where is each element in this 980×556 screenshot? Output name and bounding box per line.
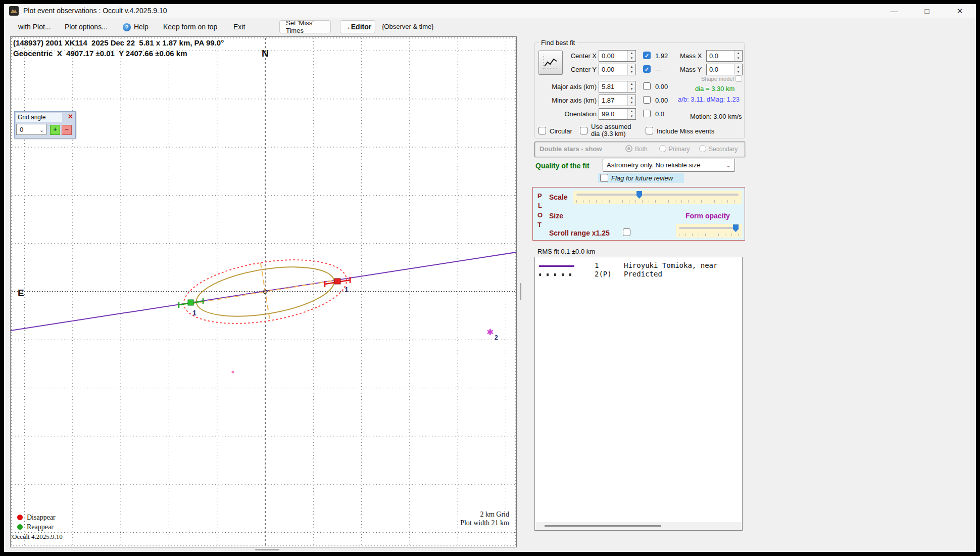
disappear-label: 1 xyxy=(345,286,349,294)
minor-axis-label: Minor axis (km) xyxy=(542,97,597,104)
disappear-dot-icon xyxy=(17,515,23,520)
reappear-label: 1 xyxy=(192,309,197,317)
grid-angle-plus-button[interactable]: + xyxy=(50,125,60,135)
version-label: Occult 4.2025.9.10 xyxy=(12,533,63,541)
grid-angle-select[interactable]: 0⌄ xyxy=(16,124,46,135)
plot-legend: Disappear Reappear xyxy=(17,513,56,532)
major-axis-fit-value: 0.00 xyxy=(655,83,668,90)
plot-horizontal-scrollbar[interactable] xyxy=(10,547,517,552)
scrollbar-thumb[interactable] xyxy=(545,525,661,527)
mass-x-input[interactable]: 0.0▲▼ xyxy=(706,50,743,62)
set-miss-times-button[interactable]: Set 'Miss' Times xyxy=(279,20,331,33)
help-icon[interactable]: ? xyxy=(123,23,131,31)
menu-keep-on-top[interactable]: Keep form on top xyxy=(163,23,217,31)
double-stars-title: Double stars - show xyxy=(540,145,602,153)
window-body: Plot event observations : Occult v.4.202… xyxy=(4,4,976,552)
observer-number: 1 xyxy=(595,261,599,269)
list-item[interactable]: 2(P) Predicted xyxy=(535,270,742,279)
center-x-input[interactable]: 0.00▲▼ xyxy=(599,50,636,62)
app-icon xyxy=(9,6,19,16)
svg-text:✱: ✱ xyxy=(486,327,494,337)
double-secondary-radio[interactable] xyxy=(699,145,706,152)
quality-label: Quality of the fit xyxy=(535,162,590,170)
form-opacity-slider[interactable] xyxy=(676,224,742,238)
quality-select[interactable]: Astrometry only. No reliable size⌄ xyxy=(603,159,735,172)
plot-subtitle: Geocentric X 4907.17 ±0.01 Y 2407.66 ±0.… xyxy=(13,49,187,58)
chevron-down-icon: ⌄ xyxy=(39,124,44,135)
use-assumed-checkbox[interactable] xyxy=(580,127,587,134)
editor-button[interactable]: →Editor xyxy=(340,20,375,33)
double-stars-group: Double stars - show Both Primary Seconda… xyxy=(534,142,746,158)
double-primary-radio[interactable] xyxy=(659,145,666,152)
flag-review-checkbox[interactable] xyxy=(600,174,608,182)
menu-bar: with Plot... Plot options... ? Help Keep… xyxy=(4,18,976,37)
include-miss-checkbox[interactable] xyxy=(646,127,653,134)
orientation-input[interactable]: 99.0▲▼ xyxy=(599,108,636,120)
size-label: Size xyxy=(549,212,563,220)
slider-track[interactable] xyxy=(576,194,739,196)
minimize-button[interactable]: — xyxy=(883,5,905,17)
scroll-range-label: Scroll range x1.25 xyxy=(549,229,610,237)
legend-reappear: Reappear xyxy=(17,522,56,532)
menu-exit[interactable]: Exit xyxy=(233,23,245,31)
plot-width-label: Plot width 21 km xyxy=(460,519,509,527)
plot-canvas[interactable]: 1 1 ✱ 2 xyxy=(11,37,516,547)
spinner-arrows-icon[interactable]: ▲▼ xyxy=(627,95,635,106)
fit-plot-button[interactable] xyxy=(538,51,563,75)
slider-track[interactable] xyxy=(679,227,739,229)
center-x-checkbox[interactable]: ✓ xyxy=(643,52,651,59)
plot-controls-panel: P L O T Scale Size normal x 2 x 5 Form o… xyxy=(532,187,745,241)
observer-list[interactable]: 1 Hiroyuki Tomioka, near 2(P) Predicted xyxy=(534,257,743,531)
spinner-arrows-icon[interactable]: ▲▼ xyxy=(734,51,742,61)
diameter-label: dia = 3.30 km xyxy=(695,85,734,92)
title-bar: Plot event observations : Occult v.4.202… xyxy=(4,4,976,18)
panel-splitter[interactable] xyxy=(520,283,521,300)
legend-disappear: Disappear xyxy=(17,513,56,522)
spinner-arrows-icon[interactable]: ▲▼ xyxy=(627,51,635,61)
scroll-range-checkbox[interactable] xyxy=(623,228,630,236)
circular-label: Circular xyxy=(550,127,572,135)
minor-axis-input[interactable]: 1.87▲▼ xyxy=(599,95,636,106)
chart-icon xyxy=(541,53,559,71)
menu-with-plot[interactable]: with Plot... xyxy=(18,23,51,31)
flag-review-label: Flag for future review xyxy=(611,174,673,182)
close-button[interactable]: ✕ xyxy=(949,5,971,17)
spinner-arrows-icon[interactable]: ▲▼ xyxy=(627,81,635,92)
grid-angle-minus-button[interactable]: − xyxy=(62,125,72,135)
spinner-arrows-icon[interactable]: ▲▼ xyxy=(627,109,635,119)
slider-thumb[interactable] xyxy=(636,191,642,199)
dotted-black-line-swatch xyxy=(539,273,576,276)
observer-time-label[interactable]: {Observer & time} xyxy=(382,23,434,30)
solid-purple-line-swatch xyxy=(539,265,574,267)
grid-angle-close-icon[interactable]: ✕ xyxy=(68,113,73,120)
plot-letter-p: P xyxy=(537,192,542,200)
major-axis-input[interactable]: 5.81▲▼ xyxy=(599,81,636,92)
menu-help[interactable]: Help xyxy=(134,23,149,31)
center-y-label: Center Y xyxy=(562,66,597,73)
plot-area[interactable]: 1 1 ✱ 2 (148937) 2001 XK114 2025 Dec 22 … xyxy=(10,36,517,547)
menu-plot-options[interactable]: Plot options... xyxy=(65,23,108,31)
center-y-input[interactable]: 0.00▲▼ xyxy=(599,64,636,75)
mass-y-input[interactable]: 0.0▲▼ xyxy=(706,64,743,75)
center-y-checkbox[interactable]: ✓ xyxy=(643,65,651,73)
rms-fit-label: RMS fit 0.1 ±0.0 km xyxy=(537,248,595,255)
spinner-arrows-icon[interactable]: ▲▼ xyxy=(627,64,635,75)
mass-y-label: Mass Y xyxy=(680,66,702,73)
orientation-checkbox[interactable] xyxy=(643,110,651,117)
chevron-down-icon: ⌄ xyxy=(726,159,731,171)
list-horizontal-scrollbar[interactable] xyxy=(535,522,742,530)
list-item[interactable]: 1 Hiroyuki Tomioka, near xyxy=(535,261,742,270)
scale-slider[interactable] xyxy=(573,191,742,204)
double-both-radio[interactable] xyxy=(625,145,632,152)
major-axis-checkbox[interactable] xyxy=(643,82,651,90)
star-number: 2 xyxy=(495,334,498,341)
grid-angle-panel: Grid angle ✕ 0⌄ + − xyxy=(14,111,76,138)
include-miss-label: Include Miss events xyxy=(657,127,714,135)
minor-axis-checkbox[interactable] xyxy=(643,96,651,104)
maximize-button[interactable]: □ xyxy=(916,5,938,17)
slider-thumb[interactable] xyxy=(733,224,739,232)
scrollbar-thumb[interactable] xyxy=(255,549,279,550)
shape-model-checkbox[interactable] xyxy=(736,75,742,82)
circular-checkbox[interactable] xyxy=(538,127,546,134)
spinner-arrows-icon[interactable]: ▲▼ xyxy=(734,64,742,75)
